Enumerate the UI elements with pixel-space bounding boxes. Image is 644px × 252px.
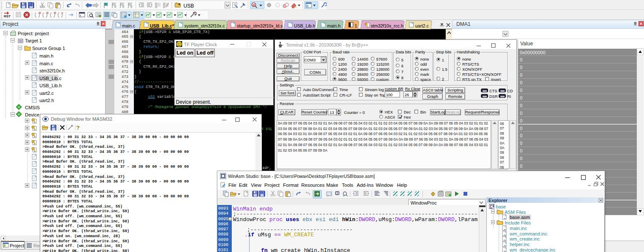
svg-text:d: d	[253, 3, 255, 7]
svg-text:RST: RST	[4, 14, 11, 18]
